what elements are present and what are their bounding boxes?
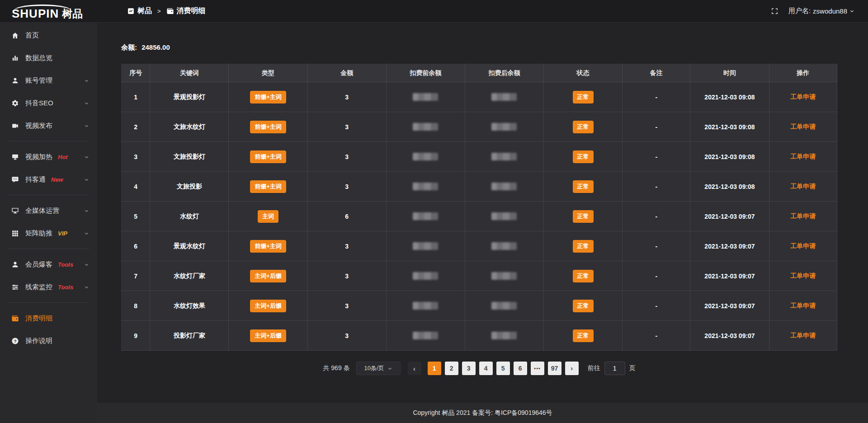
sidebar-item-10[interactable]: 会员爆客Tools bbox=[0, 253, 97, 276]
cell-amount: 3 bbox=[307, 321, 386, 351]
type-badge: 前缀+主词 bbox=[250, 180, 286, 193]
column-header: 序号 bbox=[122, 64, 150, 82]
work-order-link[interactable]: 工单申请 bbox=[790, 93, 816, 100]
sidebar-item-badge: Hot bbox=[58, 154, 68, 160]
sidebar-divider bbox=[8, 141, 89, 141]
page-button-4[interactable]: 4 bbox=[479, 362, 493, 375]
blurred-balance bbox=[413, 183, 438, 190]
sliders-icon bbox=[11, 283, 19, 291]
blurred-balance bbox=[491, 93, 517, 101]
sidebar-item-12[interactable]: 消费明细 bbox=[0, 307, 97, 329]
chat-icon bbox=[11, 176, 19, 183]
type-badge: 前缀+主词 bbox=[250, 121, 286, 133]
topbar-right: 用户名: zswodun88 bbox=[771, 7, 868, 15]
sidebar-item-7[interactable]: 抖客通New bbox=[0, 168, 97, 191]
work-order-link[interactable]: 工单申请 bbox=[790, 272, 816, 279]
sidebar-item-label: 矩阵助推 bbox=[25, 229, 52, 238]
work-order-link[interactable]: 工单申请 bbox=[790, 242, 816, 249]
more-pages-button[interactable]: ••• bbox=[531, 362, 544, 375]
sidebar-item-13[interactable]: ?操作说明 bbox=[0, 329, 97, 352]
question-icon: ? bbox=[11, 337, 19, 345]
work-order-link[interactable]: 工单申请 bbox=[790, 332, 816, 339]
work-order-link[interactable]: 工单申请 bbox=[790, 212, 816, 220]
consumption-table: 序号关键词类型金额扣费前余额扣费后余额状态备注时间操作 1景观投影灯前缀+主词3… bbox=[121, 64, 837, 351]
sidebar-item-5[interactable]: 视频发布 bbox=[0, 114, 97, 137]
blurred-balance bbox=[491, 332, 517, 339]
cell-post-balance bbox=[465, 261, 543, 291]
page-size-select[interactable]: 10条/页 bbox=[356, 362, 401, 375]
blurred-balance bbox=[491, 153, 517, 160]
cell-status: 正常 bbox=[543, 231, 622, 261]
blurred-balance bbox=[413, 123, 438, 131]
balance-label: 余额: bbox=[121, 43, 137, 51]
goto-page-input[interactable] bbox=[604, 362, 625, 375]
cell-status: 正常 bbox=[543, 112, 622, 142]
heat-display-icon bbox=[11, 153, 19, 161]
sidebar-item-label: 首页 bbox=[25, 31, 39, 40]
work-order-link[interactable]: 工单申请 bbox=[790, 183, 816, 190]
sidebar-item-1[interactable]: 首页 bbox=[0, 24, 97, 47]
page-button-5[interactable]: 5 bbox=[496, 362, 510, 375]
sidebar-item-label: 全媒体运营 bbox=[25, 207, 59, 215]
sidebar-item-4[interactable]: 抖音SEO bbox=[0, 92, 97, 114]
cell-amount: 3 bbox=[307, 291, 386, 321]
table-row: 2文旅水纹灯前缀+主词3正常-2021-12-03 09:08工单申请 bbox=[122, 112, 837, 142]
cell-status: 正常 bbox=[543, 172, 622, 202]
cell-action: 工单申请 bbox=[769, 261, 837, 291]
cell-remark: - bbox=[623, 291, 690, 321]
breadcrumb: 树品 > 消费明细 bbox=[127, 6, 206, 16]
blurred-balance bbox=[491, 272, 517, 280]
page-size-value: 10条/页 bbox=[364, 364, 384, 372]
page-button-6[interactable]: 6 bbox=[514, 362, 527, 375]
breadcrumb-item-current[interactable]: 消费明细 bbox=[166, 6, 206, 16]
cell-status: 正常 bbox=[543, 261, 622, 291]
sidebar-item-badge: VIP bbox=[58, 230, 67, 237]
cell-amount: 6 bbox=[307, 202, 386, 231]
user-menu[interactable]: 用户名: zswodun88 bbox=[788, 7, 854, 15]
page-button-1[interactable]: 1 bbox=[428, 362, 441, 375]
next-page-button[interactable]: › bbox=[565, 362, 579, 375]
breadcrumb-label: 消费明细 bbox=[177, 6, 206, 16]
sidebar-item-8[interactable]: 全媒体运营 bbox=[0, 199, 97, 222]
sidebar-item-3[interactable]: 账号管理 bbox=[0, 69, 97, 92]
work-order-link[interactable]: 工单申请 bbox=[790, 153, 816, 160]
sidebar-item-6[interactable]: 视频加热Hot bbox=[0, 146, 97, 168]
blurred-balance bbox=[491, 242, 517, 250]
home-icon bbox=[11, 32, 19, 39]
fullscreen-icon[interactable] bbox=[771, 7, 778, 15]
work-order-link[interactable]: 工单申请 bbox=[790, 302, 816, 309]
prev-page-button[interactable]: ‹ bbox=[408, 362, 421, 375]
cell-type: 前缀+主词 bbox=[229, 82, 307, 112]
monitor-icon bbox=[11, 207, 19, 215]
work-order-link[interactable]: 工单申请 bbox=[790, 123, 816, 130]
cell-post-balance bbox=[465, 231, 543, 261]
sidebar-item-9[interactable]: 矩阵助推VIP bbox=[0, 222, 97, 244]
sidebar-item-11[interactable]: 线索监控Tools bbox=[0, 276, 97, 298]
app-logo: SHUPIN 树品 bbox=[0, 3, 97, 19]
cell-type: 前缀+主词 bbox=[229, 231, 307, 261]
cell-post-balance bbox=[465, 172, 543, 202]
sidebar-item-label: 线索监控 bbox=[25, 283, 52, 291]
copyright-text: Copyright 树品 2021 备案号: 粤ICP备09019646号 bbox=[413, 409, 552, 417]
cell-time: 2021-12-03 09:07 bbox=[690, 321, 769, 351]
status-badge: 正常 bbox=[573, 240, 594, 253]
cell-type: 主词 bbox=[229, 202, 307, 231]
column-header: 扣费后余额 bbox=[465, 64, 543, 82]
cell-type: 前缀+主词 bbox=[229, 142, 307, 172]
sidebar-item-label: 操作说明 bbox=[25, 337, 52, 345]
page-button-2[interactable]: 2 bbox=[445, 362, 458, 375]
cell-pre-balance bbox=[386, 261, 465, 291]
blurred-balance bbox=[413, 272, 438, 280]
username-value: zswodun88 bbox=[813, 7, 847, 15]
cell-keyword: 文旅水纹灯 bbox=[150, 112, 229, 142]
cell-remark: - bbox=[623, 202, 690, 231]
cell-remark: - bbox=[623, 321, 690, 351]
page-button-3[interactable]: 3 bbox=[462, 362, 476, 375]
sidebar-item-badge: Tools bbox=[58, 261, 73, 268]
breadcrumb-item-home[interactable]: 树品 bbox=[127, 6, 152, 16]
page-button-97[interactable]: 97 bbox=[548, 362, 561, 375]
cell-remark: - bbox=[623, 261, 690, 291]
sidebar-item-2[interactable]: 数据总览 bbox=[0, 47, 97, 69]
cell-amount: 3 bbox=[307, 112, 386, 142]
status-badge: 正常 bbox=[573, 300, 594, 312]
